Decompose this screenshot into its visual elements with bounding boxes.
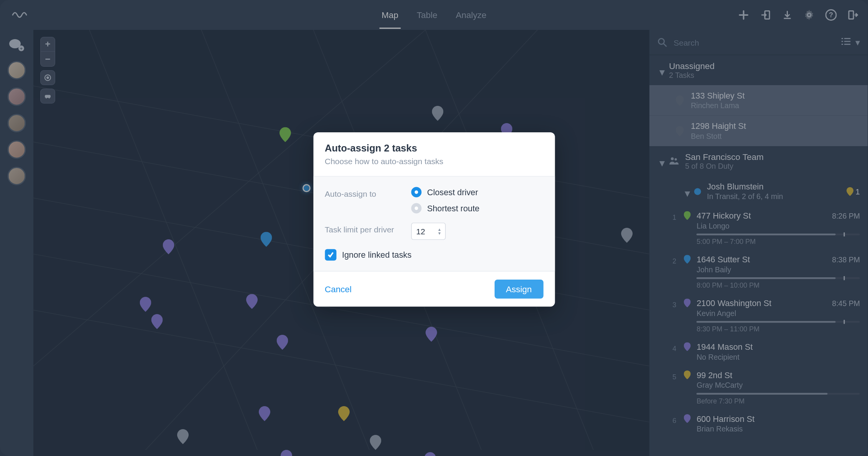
step-down-icon[interactable]: ▼ [437, 232, 441, 235]
radio-closest-driver[interactable]: Closest driver [411, 187, 480, 198]
step-up-icon[interactable]: ▲ [437, 227, 441, 231]
cancel-button[interactable]: Cancel [325, 284, 352, 294]
auto-assign-modal: Auto-assign 2 tasks Choose how to auto-a… [313, 132, 555, 307]
assign-button[interactable]: Assign [494, 280, 543, 299]
radio-shortest-route[interactable]: Shortest route [411, 203, 480, 214]
form-label: Task limit per driver [325, 223, 399, 234]
modal-subtitle: Choose how to auto-assign tasks [325, 156, 543, 166]
checkbox-label: Ignore linked tasks [342, 250, 411, 260]
radio-icon [411, 187, 421, 198]
ignore-linked-checkbox-row[interactable]: Ignore linked tasks [325, 249, 543, 261]
modal-title: Auto-assign 2 tasks [325, 143, 543, 154]
radio-icon [411, 203, 421, 214]
radio-label: Closest driver [427, 188, 478, 197]
stepper-value: 12 [416, 227, 425, 236]
form-label: Auto-assign to [325, 187, 399, 199]
task-limit-stepper[interactable]: 12 ▲▼ [411, 223, 446, 240]
modal-overlay: Auto-assign 2 tasks Choose how to auto-a… [0, 0, 868, 456]
checkbox-icon [325, 249, 336, 261]
radio-label: Shortest route [427, 204, 480, 213]
